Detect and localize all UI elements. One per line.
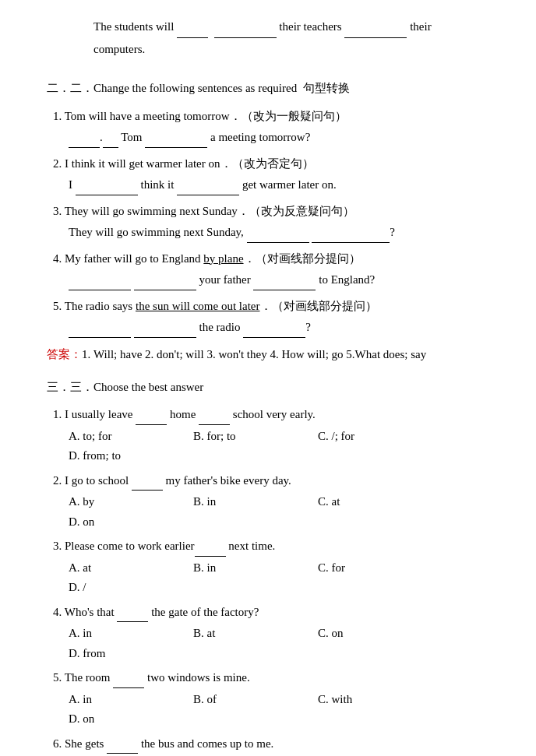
list-item: 1. Tom will have a meeting tomorrow．（改为一… bbox=[53, 107, 505, 148]
mc-item-main: 4. Who's that the gate of the factory? bbox=[53, 603, 505, 623]
item-main: 3. They will go swimming next Sunday．（改为… bbox=[53, 202, 505, 222]
list-item: 3. They will go swimming next Sunday．（改为… bbox=[53, 202, 505, 243]
mc-item-main: 6. She gets the bus and comes up to me. bbox=[53, 734, 505, 754]
item-main: 4. My father will go to England by plane… bbox=[53, 249, 505, 269]
mc-item-main: 2. I go to school my father's bike every… bbox=[53, 471, 505, 491]
mc-item-main: 5. The room two windows is mine. bbox=[53, 668, 505, 688]
top-line1: The students will their teachers their bbox=[93, 16, 505, 38]
item-answer-line: I think it get warmer later on. bbox=[53, 175, 505, 195]
mc-options: A. in B. at C. on D. from bbox=[53, 624, 505, 663]
mc-options: A. to; for B. for; to C. /; for D. from;… bbox=[53, 427, 505, 466]
item-answer-line: your father to England? bbox=[53, 270, 505, 290]
answer-block: 答案：1. Will; have 2. don't; will 3. won't… bbox=[47, 344, 505, 365]
item-main: 1. Tom will have a meeting tomorrow．（改为一… bbox=[53, 107, 505, 127]
item-answer-line: the radio ? bbox=[53, 318, 505, 338]
mc-item: 2. I go to school my father's bike every… bbox=[53, 471, 505, 533]
section-two-number: 二 bbox=[47, 82, 58, 94]
mc-options: A. at B. in C. for D. / bbox=[53, 558, 505, 598]
list-item: 4. My father will go to England by plane… bbox=[53, 249, 505, 290]
blank-2 bbox=[214, 24, 277, 38]
item-answer-line: They will go swimming next Sunday, ? bbox=[53, 223, 505, 243]
section-three-list: 1. I usually leave home school very earl… bbox=[47, 405, 505, 754]
mc-item: 4. Who's that the gate of the factory? A… bbox=[53, 603, 505, 664]
blank-3 bbox=[344, 24, 407, 38]
mc-options: A. by B. in C. at D. on bbox=[53, 492, 505, 532]
section-three-title: 三．三．Choose the best answer bbox=[47, 378, 505, 398]
item-main: 5. The radio says the sun will come out … bbox=[53, 297, 505, 317]
mc-item: 5. The room two windows is mine. A. in B… bbox=[53, 668, 505, 730]
mc-item-main: 1. I usually leave home school very earl… bbox=[53, 405, 505, 425]
item-answer-line: . Tom a meeting tomorrow? bbox=[53, 128, 505, 148]
list-item: 2. I think it will get warmer later on．（… bbox=[53, 154, 505, 195]
section-top: The students will their teachers their c… bbox=[47, 16, 505, 60]
section-two: 二．二．Change the following sentences as re… bbox=[47, 79, 505, 365]
list-item: 5. The radio says the sun will come out … bbox=[53, 297, 505, 338]
blank-1 bbox=[177, 24, 208, 38]
mc-item: 1. I usually leave home school very earl… bbox=[53, 405, 505, 466]
item-main: 2. I think it will get warmer later on．（… bbox=[53, 154, 505, 174]
mc-item: 3. Please come to work earlier next time… bbox=[53, 536, 505, 598]
section-three: 三．三．Choose the best answer 1. I usually … bbox=[47, 378, 505, 754]
section-two-list: 1. Tom will have a meeting tomorrow．（改为一… bbox=[47, 107, 505, 338]
mc-options: A. in B. of C. with D. on bbox=[53, 690, 505, 730]
mc-item-main: 3. Please come to work earlier next time… bbox=[53, 536, 505, 557]
mc-item: 6. She gets the bus and comes up to me. bbox=[53, 734, 505, 754]
top-line2: computers. bbox=[93, 38, 505, 61]
section-two-title: 二．二．Change the following sentences as re… bbox=[47, 79, 505, 99]
